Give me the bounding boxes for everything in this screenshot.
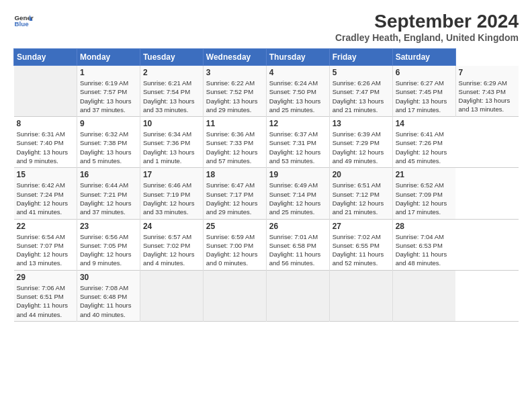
day-number: 4 <box>269 68 326 77</box>
day-number: 26 <box>269 222 326 231</box>
day-info: Sunrise: 6:46 AM Sunset: 7:19 PM Dayligh… <box>143 181 200 216</box>
header-sunday: Sunday <box>14 49 77 66</box>
day-info: Sunrise: 6:32 AM Sunset: 7:38 PM Dayligh… <box>80 130 137 165</box>
day-number: 24 <box>143 222 200 231</box>
day-number: 30 <box>80 273 137 282</box>
day-number: 5 <box>332 68 390 77</box>
day-number: 19 <box>269 170 326 179</box>
day-number: 23 <box>80 222 137 231</box>
day-info: Sunrise: 6:39 AM Sunset: 7:29 PM Dayligh… <box>332 130 390 165</box>
day-info: Sunrise: 6:49 AM Sunset: 7:14 PM Dayligh… <box>269 181 326 216</box>
day-cell-20: 20Sunrise: 6:51 AM Sunset: 7:12 PM Dayli… <box>329 168 392 219</box>
day-cell-14: 14Sunrise: 6:41 AM Sunset: 7:26 PM Dayli… <box>392 117 455 168</box>
day-cell-27: 27Sunrise: 7:02 AM Sunset: 6:55 PM Dayli… <box>329 219 392 270</box>
day-cell-17: 17Sunrise: 6:46 AM Sunset: 7:19 PM Dayli… <box>140 168 203 219</box>
week-row-1: 1Sunrise: 6:19 AM Sunset: 7:57 PM Daylig… <box>14 66 519 117</box>
day-info: Sunrise: 6:22 AM Sunset: 7:52 PM Dayligh… <box>206 79 263 114</box>
day-number: 13 <box>332 119 390 128</box>
title-block: September 2024 Cradley Heath, England, U… <box>335 11 519 43</box>
day-info: Sunrise: 6:24 AM Sunset: 7:50 PM Dayligh… <box>269 79 326 114</box>
day-cell-15: 15Sunrise: 6:42 AM Sunset: 7:24 PM Dayli… <box>14 168 77 219</box>
day-cell-28: 28Sunrise: 7:04 AM Sunset: 6:53 PM Dayli… <box>392 219 455 270</box>
day-info: Sunrise: 6:31 AM Sunset: 7:40 PM Dayligh… <box>17 130 74 165</box>
empty-cell <box>392 270 455 321</box>
day-cell-19: 19Sunrise: 6:49 AM Sunset: 7:14 PM Dayli… <box>266 168 329 219</box>
page-header: General Blue September 2024 Cradley Heat… <box>13 11 519 43</box>
day-cell-16: 16Sunrise: 6:44 AM Sunset: 7:21 PM Dayli… <box>77 168 140 219</box>
day-number: 15 <box>17 170 74 179</box>
day-number: 28 <box>396 222 453 231</box>
day-info: Sunrise: 6:34 AM Sunset: 7:36 PM Dayligh… <box>143 130 200 165</box>
day-info: Sunrise: 6:47 AM Sunset: 7:17 PM Dayligh… <box>206 181 263 216</box>
calendar-table: SundayMondayTuesdayWednesdayThursdayFrid… <box>13 48 519 322</box>
day-cell-3: 3Sunrise: 6:22 AM Sunset: 7:52 PM Daylig… <box>203 66 266 117</box>
day-info: Sunrise: 6:36 AM Sunset: 7:33 PM Dayligh… <box>206 130 263 165</box>
empty-cell <box>266 270 329 321</box>
empty-cell <box>14 66 77 117</box>
day-number: 21 <box>396 170 453 179</box>
week-row-4: 22Sunrise: 6:54 AM Sunset: 7:07 PM Dayli… <box>14 219 519 270</box>
day-cell-7: 7Sunrise: 6:29 AM Sunset: 7:43 PM Daylig… <box>455 66 519 117</box>
calendar-header-row: SundayMondayTuesdayWednesdayThursdayFrid… <box>14 49 519 66</box>
day-number: 7 <box>459 68 516 77</box>
day-info: Sunrise: 7:08 AM Sunset: 6:48 PM Dayligh… <box>80 283 137 319</box>
day-cell-26: 26Sunrise: 7:01 AM Sunset: 6:58 PM Dayli… <box>266 219 329 270</box>
day-info: Sunrise: 6:19 AM Sunset: 7:57 PM Dayligh… <box>80 79 137 114</box>
header-monday: Monday <box>77 49 140 66</box>
day-info: Sunrise: 6:54 AM Sunset: 7:07 PM Dayligh… <box>17 232 74 268</box>
day-cell-11: 11Sunrise: 6:36 AM Sunset: 7:33 PM Dayli… <box>203 117 266 168</box>
day-cell-29: 29Sunrise: 7:06 AM Sunset: 6:51 PM Dayli… <box>14 270 77 321</box>
day-cell-10: 10Sunrise: 6:34 AM Sunset: 7:36 PM Dayli… <box>140 117 203 168</box>
header-saturday: Saturday <box>392 49 455 66</box>
day-number: 8 <box>17 119 74 128</box>
week-row-3: 15Sunrise: 6:42 AM Sunset: 7:24 PM Dayli… <box>14 168 519 219</box>
week-row-2: 8Sunrise: 6:31 AM Sunset: 7:40 PM Daylig… <box>14 117 519 168</box>
day-cell-2: 2Sunrise: 6:21 AM Sunset: 7:54 PM Daylig… <box>140 66 203 117</box>
day-number: 25 <box>206 222 263 231</box>
svg-text:Blue: Blue <box>15 20 30 28</box>
day-cell-25: 25Sunrise: 6:59 AM Sunset: 7:00 PM Dayli… <box>203 219 266 270</box>
logo-icon: General Blue <box>13 11 34 31</box>
header-wednesday: Wednesday <box>203 49 266 66</box>
day-cell-5: 5Sunrise: 6:26 AM Sunset: 7:47 PM Daylig… <box>329 66 392 117</box>
main-title: September 2024 <box>335 11 519 32</box>
logo: General Blue <box>13 11 34 31</box>
day-cell-24: 24Sunrise: 6:57 AM Sunset: 7:02 PM Dayli… <box>140 219 203 270</box>
subtitle: Cradley Heath, England, United Kingdom <box>335 32 519 43</box>
day-number: 10 <box>143 119 200 128</box>
day-info: Sunrise: 7:04 AM Sunset: 6:53 PM Dayligh… <box>396 232 453 268</box>
day-number: 27 <box>332 222 390 231</box>
day-number: 16 <box>80 170 137 179</box>
day-cell-9: 9Sunrise: 6:32 AM Sunset: 7:38 PM Daylig… <box>77 117 140 168</box>
day-info: Sunrise: 6:37 AM Sunset: 7:31 PM Dayligh… <box>269 130 326 165</box>
day-cell-8: 8Sunrise: 6:31 AM Sunset: 7:40 PM Daylig… <box>14 117 77 168</box>
day-info: Sunrise: 6:41 AM Sunset: 7:26 PM Dayligh… <box>396 130 453 165</box>
day-info: Sunrise: 6:27 AM Sunset: 7:45 PM Dayligh… <box>396 79 453 114</box>
day-cell-23: 23Sunrise: 6:56 AM Sunset: 7:05 PM Dayli… <box>77 219 140 270</box>
day-number: 18 <box>206 170 263 179</box>
day-number: 22 <box>17 222 74 231</box>
day-number: 12 <box>269 119 326 128</box>
day-cell-22: 22Sunrise: 6:54 AM Sunset: 7:07 PM Dayli… <box>14 219 77 270</box>
header-tuesday: Tuesday <box>140 49 203 66</box>
day-number: 17 <box>143 170 200 179</box>
day-cell-30: 30Sunrise: 7:08 AM Sunset: 6:48 PM Dayli… <box>77 270 140 321</box>
day-number: 2 <box>143 68 200 77</box>
header-friday: Friday <box>329 49 392 66</box>
day-info: Sunrise: 6:57 AM Sunset: 7:02 PM Dayligh… <box>143 232 200 268</box>
day-info: Sunrise: 7:06 AM Sunset: 6:51 PM Dayligh… <box>17 283 74 319</box>
day-number: 9 <box>80 119 137 128</box>
day-info: Sunrise: 7:02 AM Sunset: 6:55 PM Dayligh… <box>332 232 390 268</box>
day-info: Sunrise: 7:01 AM Sunset: 6:58 PM Dayligh… <box>269 232 326 268</box>
day-cell-4: 4Sunrise: 6:24 AM Sunset: 7:50 PM Daylig… <box>266 66 329 117</box>
day-number: 3 <box>206 68 263 77</box>
day-cell-1: 1Sunrise: 6:19 AM Sunset: 7:57 PM Daylig… <box>77 66 140 117</box>
day-info: Sunrise: 6:29 AM Sunset: 7:43 PM Dayligh… <box>459 79 516 114</box>
day-info: Sunrise: 6:59 AM Sunset: 7:00 PM Dayligh… <box>206 232 263 268</box>
day-cell-12: 12Sunrise: 6:37 AM Sunset: 7:31 PM Dayli… <box>266 117 329 168</box>
day-info: Sunrise: 6:56 AM Sunset: 7:05 PM Dayligh… <box>80 232 137 268</box>
empty-cell <box>203 270 266 321</box>
day-number: 11 <box>206 119 263 128</box>
empty-cell <box>140 270 203 321</box>
day-cell-21: 21Sunrise: 6:52 AM Sunset: 7:09 PM Dayli… <box>392 168 455 219</box>
